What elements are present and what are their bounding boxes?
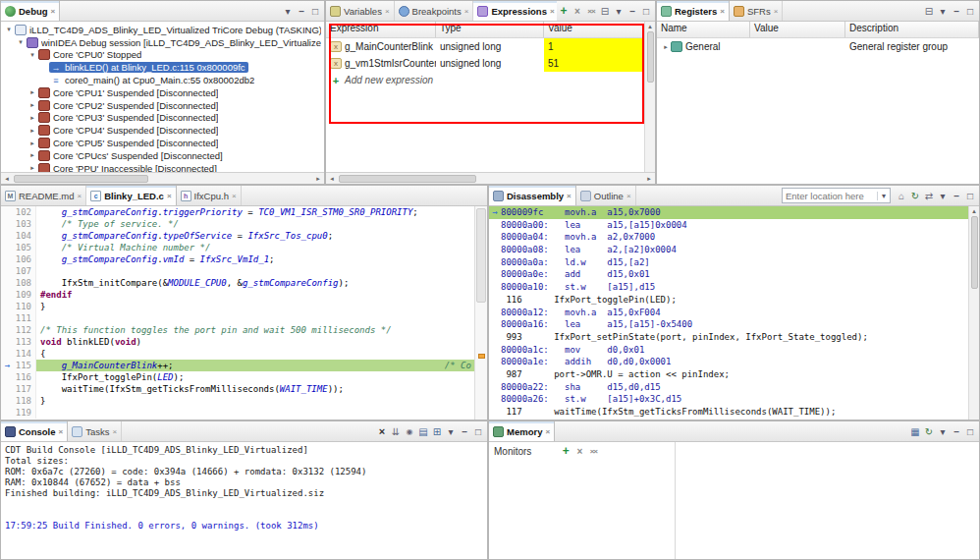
remove-all-icon[interactable] <box>586 443 600 459</box>
column-header-name[interactable]: Name <box>657 22 750 37</box>
register-group-row[interactable]: ▸GeneralGeneral register group <box>657 38 979 55</box>
tab-ifxcpu-h[interactable]: IfxCpu.h× <box>177 186 242 205</box>
overview-ruler[interactable] <box>474 206 487 420</box>
tab-sfrs[interactable]: SFRs× <box>730 1 783 21</box>
scroll-thumb[interactable] <box>339 175 476 183</box>
debug-tree-item[interactable]: ▸Core 'CPU5' Suspended [Disconnected] <box>1 137 324 149</box>
view-menu-icon[interactable] <box>281 3 295 19</box>
debug-tree-item[interactable]: ▸Core 'CPU1' Suspended [Disconnected] <box>1 86 324 99</box>
console-select-icon[interactable] <box>416 423 430 439</box>
code-line[interactable]: 116 IfxPort_togglePin(LED); /* <box>1 371 474 383</box>
tab-readme-md[interactable]: README.md× <box>1 186 86 205</box>
disassembly-line[interactable]: 987 port->OMR.U = action << pinIndex; <box>489 368 968 381</box>
expander-icon[interactable]: ▾ <box>4 26 14 33</box>
minimize-icon[interactable] <box>950 3 963 19</box>
close-icon[interactable]: × <box>385 7 390 16</box>
debug-horizontal-scrollbar[interactable]: ◂ ▸ <box>1 172 324 184</box>
expander-icon[interactable]: ▸ <box>27 114 37 122</box>
tab-memory[interactable]: Memory× <box>489 421 555 441</box>
code-editor[interactable]: 102 g_stmCompareConfig.triggerPriority =… <box>1 206 487 420</box>
close-icon[interactable]: × <box>550 7 555 16</box>
debug-tree-item[interactable]: ▸Core 'CPU2' Suspended [Disconnected] <box>1 99 324 112</box>
sync-icon[interactable] <box>922 188 936 203</box>
scroll-left-icon[interactable]: ◂ <box>1 175 13 183</box>
tab-registers[interactable]: Registers× <box>657 1 730 21</box>
close-icon[interactable]: × <box>545 427 550 436</box>
monitors-list[interactable] <box>489 460 675 559</box>
tab-blinky-led-c[interactable]: Blinky_LED.c× <box>86 186 176 205</box>
view-menu-icon[interactable] <box>444 423 458 439</box>
code-line[interactable]: 107 <box>1 265 474 277</box>
view-menu-icon[interactable] <box>612 3 626 19</box>
disassembly-line[interactable]: 80000a08: lea a2,[a2]0x0004 <box>489 244 968 256</box>
disassembly-line[interactable]: 80000a04: movh.a a2,0x7000 <box>489 231 968 244</box>
disassembly-line[interactable]: 80000a26: st.w [a15]+0x3C,d15 <box>489 393 968 406</box>
open-console-icon[interactable] <box>430 423 444 439</box>
expander-icon[interactable]: ▸ <box>661 43 671 51</box>
close-icon[interactable]: × <box>58 427 63 436</box>
disassembly-line[interactable]: 80000a1c: mov d0,0x01 <box>489 344 968 357</box>
console-output[interactable]: CDT Build Console [iLLD_TC4D9_ADS_Blinky… <box>1 442 487 559</box>
expressions-vertical-scrollbar[interactable]: ▴ <box>644 22 655 172</box>
scroll-up-icon[interactable]: ▴ <box>648 22 652 31</box>
debug-tree-item[interactable]: ▸Core 'CPU3' Suspended [Disconnected] <box>1 112 324 125</box>
code-line[interactable]: 102 g_stmCompareConfig.triggerPriority =… <box>1 206 474 218</box>
minimize-icon[interactable] <box>626 3 639 19</box>
expander-icon[interactable]: ▾ <box>16 38 26 46</box>
close-icon[interactable]: × <box>720 7 725 16</box>
tab-variables[interactable]: Variables× <box>326 1 395 21</box>
collapse-all-icon[interactable] <box>922 3 936 19</box>
expander-icon[interactable]: ▸ <box>27 164 37 172</box>
view-menu-icon[interactable] <box>936 3 950 19</box>
disassembly-line[interactable]: 80000a22: sha d15,d0,d15 <box>489 381 968 394</box>
disassembly-line[interactable]: 80000a10: st.w [a15],d15 <box>489 281 968 294</box>
expander-icon[interactable]: ▸ <box>27 140 37 147</box>
location-dropdown-icon[interactable]: ▾ <box>877 192 890 200</box>
code-line[interactable]: 110} <box>1 301 474 312</box>
maximize-icon[interactable] <box>963 188 977 203</box>
minimize-icon[interactable] <box>295 3 308 19</box>
disassembly-view[interactable]: →800009fc movh.a a15,0x700080000a00: lea… <box>489 206 979 420</box>
tab-outline[interactable]: Outline× <box>576 186 636 205</box>
column-header-description[interactable]: Description <box>845 22 979 37</box>
remove-icon[interactable] <box>572 443 586 459</box>
disassembly-line[interactable]: 80000a0e: add d15,0x01 <box>489 268 968 281</box>
minimize-icon[interactable] <box>950 423 963 439</box>
debug-tree-item[interactable]: blinkLED() at Blinky_LED.c:115 0x800009f… <box>1 61 324 74</box>
add-icon[interactable] <box>559 443 572 459</box>
code-line[interactable]: 112/* This function toggles the port pin… <box>1 324 474 336</box>
disassembly-line[interactable]: 80000a16: lea a15,[a15]-0x5400 <box>489 318 968 331</box>
close-icon[interactable]: × <box>112 427 117 436</box>
maximize-icon[interactable] <box>963 3 977 19</box>
expander-icon[interactable]: ▸ <box>27 88 37 96</box>
disassembly-line[interactable]: 80000a1e: addih d0,d0,0x0001 <box>489 356 968 368</box>
close-icon[interactable]: × <box>232 192 237 200</box>
close-icon[interactable]: × <box>464 7 469 16</box>
disassembly-line[interactable]: 80000a00: lea a15,[a15]0x0004 <box>489 219 968 232</box>
debug-tree-item[interactable]: ▾winIDEA Debug session [iLLD_TC4D9_ADS_B… <box>1 36 324 49</box>
scroll-thumb[interactable] <box>476 208 486 303</box>
column-header-expression[interactable]: Expression <box>326 22 436 37</box>
debug-tree-item[interactable]: core0_main() at Cpu0_Main.c:55 0x80002db… <box>1 74 324 86</box>
code-line[interactable]: 113void blinkLED(void) <box>1 336 474 348</box>
close-icon[interactable]: × <box>77 192 82 200</box>
code-line[interactable]: 119 <box>1 407 474 419</box>
close-icon[interactable]: × <box>567 192 572 200</box>
expression-row[interactable]: g_MainCounterBlinkunsigned long1 <box>326 38 655 55</box>
code-line[interactable]: 103 /* Type of service. */ <box>1 218 474 230</box>
close-icon[interactable]: × <box>626 192 631 200</box>
add-icon[interactable] <box>557 3 571 19</box>
disassembly-line[interactable]: →800009fc movh.a a15,0x7000 <box>489 206 968 219</box>
column-header-type[interactable]: Type <box>436 22 544 37</box>
add-expression-row[interactable]: Add new expression <box>326 72 655 88</box>
code-line[interactable]: 108 IfxStm_initCompare(&MODULE_CPU0, &g_… <box>1 277 474 289</box>
scroll-track[interactable] <box>338 173 643 184</box>
scroll-track[interactable] <box>13 173 312 184</box>
code-line[interactable]: 104 g_stmCompareConfig.typeOfService = I… <box>1 230 474 242</box>
scroll-right-icon[interactable]: ▸ <box>643 175 655 183</box>
tab-expressions[interactable]: Expressions× <box>473 1 557 21</box>
tab-disassembly[interactable]: Disassembly× <box>489 186 576 205</box>
maximize-icon[interactable] <box>308 3 322 19</box>
disassembly-line[interactable]: 117 waitTime(IfxStm_getTicksFromMillisec… <box>489 406 968 419</box>
disassembly-vertical-scrollbar[interactable]: ▴ <box>968 206 979 420</box>
